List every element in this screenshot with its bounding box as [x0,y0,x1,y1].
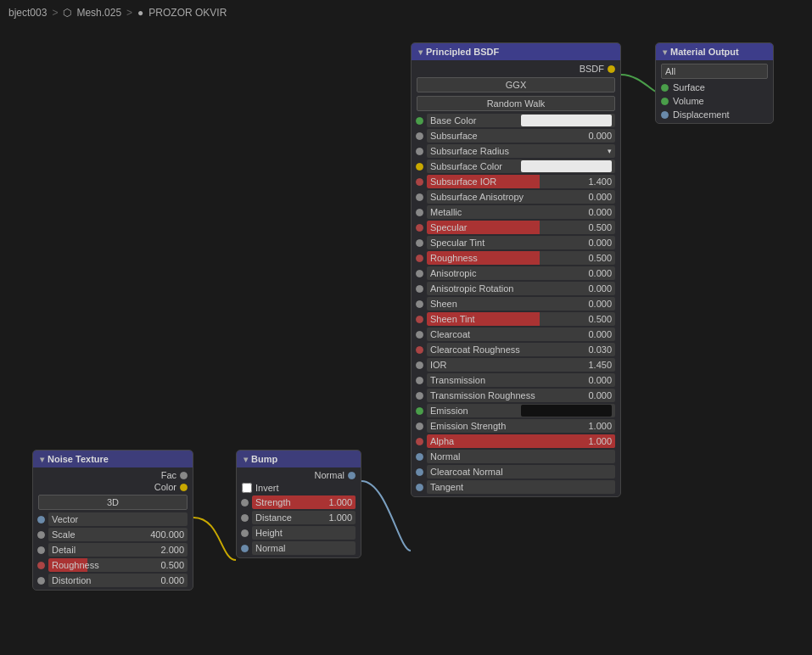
anisotropic-socket[interactable] [416,270,423,277]
clearcoat-field[interactable]: Clearcoat 0.000 [427,328,615,341]
bump-invert-label: Invert [255,483,279,493]
metallic-field[interactable]: Metallic 0.000 [427,205,615,219]
subsurface-anisotropy-value: 0.000 [588,192,612,202]
bump-distance-socket[interactable] [241,514,249,522]
alpha-field[interactable]: Alpha 1.000 [427,434,615,448]
subsurface-color-field[interactable]: Subsurface Color [427,160,615,173]
specular-field[interactable]: Specular 0.500 [427,221,615,234]
subsurface-socket-wrap [412,132,427,140]
bump-normal-input-socket[interactable] [241,545,249,552]
bump-strength-socket[interactable] [241,499,249,507]
noise-scale-socket[interactable] [37,531,45,539]
alpha-socket[interactable] [416,438,423,445]
displacement-input-socket[interactable] [661,111,669,119]
emission-row: Emission [412,403,620,418]
material-name[interactable]: PROZOR OKVIR [148,7,227,19]
sheen-field[interactable]: Sheen 0.000 [427,297,615,311]
ior-socket[interactable] [416,361,423,369]
noise-texture-node: ▾ Noise Texture Fac Color 3D Vector [32,450,193,591]
subsurface-radius-socket[interactable] [416,148,423,155]
metallic-socket[interactable] [416,209,423,216]
noise-color-socket[interactable] [180,484,188,491]
sheen-socket[interactable] [416,300,423,308]
noise-fac-output-row: Fac [33,469,193,481]
sheen-tint-socket[interactable] [416,316,423,323]
noise-roughness-socket[interactable] [37,562,45,569]
material-output-dropdown[interactable]: All [661,64,768,79]
subsurface-anisotropy-socket-wrap [412,193,427,201]
bump-strength-field[interactable]: Strength 1.000 [252,495,356,509]
surface-input-socket[interactable] [661,84,669,92]
roughness-field[interactable]: Roughness 0.500 [427,251,615,265]
noise-distortion-field[interactable]: Distortion 0.000 [48,574,188,587]
clearcoat-socket[interactable] [416,331,423,339]
anisotropic-rotation-socket[interactable] [416,285,423,293]
emission-socket[interactable] [416,407,423,415]
noise-vector-row: Vector [33,512,193,527]
roughness-socket[interactable] [416,255,423,262]
noise-scale-field[interactable]: Scale 400.000 [48,528,188,541]
clearcoat-normal-field[interactable]: Clearcoat Normal [427,465,615,479]
noise-distortion-socket[interactable] [37,577,45,585]
emission-field[interactable]: Emission [427,404,615,417]
subsurface-radius-field[interactable]: Subsurface Radius ▾ [427,144,615,158]
subsurface-field[interactable]: Subsurface 0.000 [427,129,615,143]
volume-input-socket[interactable] [661,98,669,105]
subsurface-ior-field[interactable]: Subsurface IOR 1.400 [427,175,615,188]
noise-roughness-field[interactable]: Roughness 0.500 [48,558,188,572]
emission-strength-field[interactable]: Emission Strength 1.000 [427,419,615,433]
noise-3d-dropdown[interactable]: 3D [38,495,188,510]
normal-input-socket[interactable] [416,453,423,461]
subsurface-ior-socket[interactable] [416,178,423,186]
sheen-tint-socket-wrap [412,316,427,323]
noise-vector-socket[interactable] [37,516,45,523]
bump-height-socket[interactable] [241,529,249,537]
noise-detail-socket-wrap [33,546,48,554]
bump-invert-checkbox[interactable] [242,483,252,493]
transmission-socket[interactable] [416,377,423,384]
tangent-field[interactable]: Tangent [427,480,615,494]
subsurface-anisotropy-socket[interactable] [416,193,423,201]
transmission-roughness-field[interactable]: Transmission Roughness 0.000 [427,389,615,402]
random-walk-dropdown[interactable]: Random Walk [417,96,615,111]
noise-vector-field[interactable]: Vector [48,512,188,526]
ior-field[interactable]: IOR 1.450 [427,358,615,372]
clearcoat-roughness-socket[interactable] [416,346,423,354]
mesh-name[interactable]: Mesh.025 [76,7,121,19]
clearcoat-roughness-field[interactable]: Clearcoat Roughness 0.030 [427,343,615,356]
transmission-field[interactable]: Transmission 0.000 [427,373,615,387]
sheen-tint-field[interactable]: Sheen Tint 0.500 [427,312,615,326]
base-color-socket[interactable] [416,117,423,125]
ggx-dropdown[interactable]: GGX [417,77,615,92]
noise-distortion-socket-wrap [33,577,48,585]
subsurface-socket[interactable] [416,132,423,140]
noise-detail-socket[interactable] [37,546,45,554]
bump-normal-input-field[interactable]: Normal [252,541,356,555]
bump-height-label: Height [255,528,352,538]
base-color-field[interactable]: Base Color [427,114,615,127]
material-output-node: ▾ Material Output All Surface Volume Dis… [655,42,774,124]
emission-strength-socket[interactable] [416,423,423,430]
bump-height-field[interactable]: Height [252,526,356,540]
subsurface-color-row: Subsurface Color [412,159,620,174]
specular-tint-socket[interactable] [416,239,423,247]
subsurface-anisotropy-field[interactable]: Subsurface Anisotropy 0.000 [427,190,615,204]
bump-distance-field[interactable]: Distance 1.000 [252,511,356,524]
normal-input-label: Normal [430,451,612,462]
anisotropic-rotation-field[interactable]: Anisotropic Rotation 0.000 [427,282,615,295]
subsurface-ior-label: Subsurface IOR [430,176,585,187]
specular-socket[interactable] [416,224,423,232]
transmission-roughness-socket[interactable] [416,392,423,400]
specular-tint-field[interactable]: Specular Tint 0.000 [427,236,615,249]
noise-fac-socket[interactable] [180,472,188,479]
normal-input-field[interactable]: Normal [427,450,615,463]
specular-label: Specular [430,222,585,232]
subsurface-color-socket[interactable] [416,163,423,171]
anisotropic-field[interactable]: Anisotropic 0.000 [427,266,615,280]
bump-normal-output-socket[interactable] [348,472,356,479]
tangent-socket[interactable] [416,484,423,491]
bsdf-output-socket[interactable] [608,65,615,73]
clearcoat-normal-socket[interactable] [416,468,423,476]
noise-detail-field[interactable]: Detail 2.000 [48,543,188,557]
object-name[interactable]: bject003 [8,7,47,19]
